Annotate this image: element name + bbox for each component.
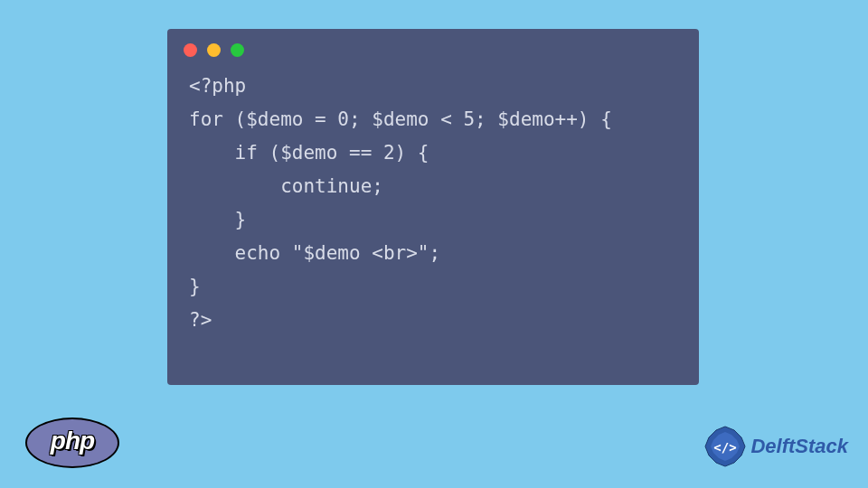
code-line: echo "$demo <br>";	[189, 242, 440, 264]
window-controls	[167, 29, 699, 64]
php-logo-text: php	[51, 427, 94, 455]
code-line: <?php	[189, 75, 246, 97]
code-content: <?php for ($demo = 0; $demo < 5; $demo++…	[167, 64, 699, 343]
maximize-icon	[231, 43, 244, 57]
code-line: for ($demo = 0; $demo < 5; $demo++) {	[189, 108, 612, 130]
code-line: ?>	[189, 309, 212, 331]
delftstack-badge-icon: </>	[703, 425, 747, 468]
code-line: continue;	[189, 175, 383, 197]
delftstack-text: DelftStack	[750, 435, 848, 458]
code-line: if ($demo == 2) {	[189, 142, 429, 164]
close-icon	[184, 43, 197, 57]
delftstack-logo: </> DelftStack	[703, 425, 848, 468]
minimize-icon	[207, 43, 221, 57]
code-window: <?php for ($demo = 0; $demo < 5; $demo++…	[167, 29, 699, 385]
svg-text:</>: </>	[714, 440, 737, 455]
php-logo: php	[25, 418, 119, 472]
php-logo-ellipse: php	[25, 418, 119, 468]
code-line: }	[189, 276, 201, 297]
code-line: }	[189, 209, 246, 230]
